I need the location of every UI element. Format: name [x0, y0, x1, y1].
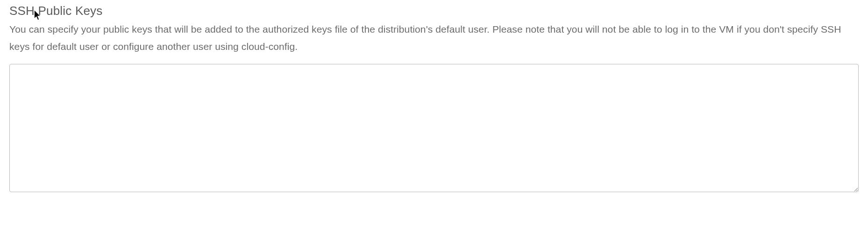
heading-text: SSH Public Keys	[9, 4, 103, 18]
ssh-public-keys-description: You can specify your public keys that wi…	[9, 21, 859, 56]
ssh-public-keys-input[interactable]	[9, 64, 859, 192]
ssh-public-keys-heading: SSH Public Keys	[9, 4, 859, 18]
